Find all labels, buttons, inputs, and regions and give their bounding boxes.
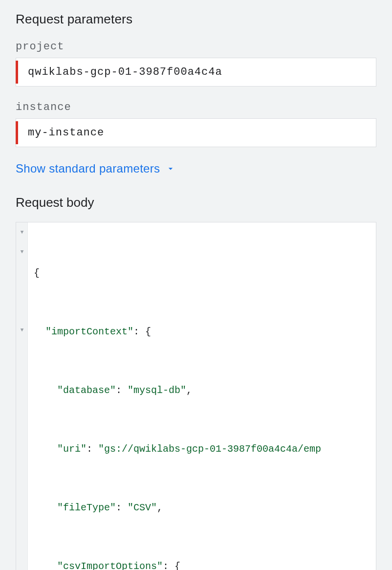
request-body-editor[interactable]: ▼ ▼ ▼ { "importContext": { "database": "… xyxy=(16,222,376,570)
instance-input-wrapper xyxy=(16,118,376,147)
json-key: "uri" xyxy=(57,443,87,455)
json-key: "csvImportOptions" xyxy=(57,561,163,570)
json-value: "gs://qwiklabs-gcp-01-3987f00a4c4a/emp xyxy=(98,443,321,455)
instance-input[interactable] xyxy=(16,118,376,147)
chevron-down-icon xyxy=(166,164,175,174)
request-parameters-title: Request parameters xyxy=(16,12,376,27)
json-value: "CSV" xyxy=(128,502,157,513)
json-content[interactable]: { "importContext": { "database": "mysql-… xyxy=(16,222,376,570)
json-key: "database" xyxy=(57,385,116,396)
project-label: project xyxy=(16,41,376,53)
instance-label: instance xyxy=(16,101,376,113)
project-input-wrapper xyxy=(16,58,376,87)
required-indicator xyxy=(16,121,18,144)
fold-arrow-icon[interactable]: ▼ xyxy=(16,320,28,340)
fold-arrow-icon[interactable]: ▼ xyxy=(16,222,28,242)
expand-link-label: Show standard parameters xyxy=(16,162,160,175)
json-key: "fileType" xyxy=(57,502,116,513)
request-body-title: Request body xyxy=(16,195,376,210)
editor-gutter: ▼ ▼ ▼ xyxy=(16,222,28,570)
json-value: "mysql-db" xyxy=(128,385,186,396)
fold-arrow-icon[interactable]: ▼ xyxy=(16,242,28,262)
required-indicator xyxy=(16,61,18,84)
show-standard-parameters-link[interactable]: Show standard parameters xyxy=(16,162,376,175)
json-key: "importContext" xyxy=(45,326,133,337)
project-input[interactable] xyxy=(16,58,376,87)
